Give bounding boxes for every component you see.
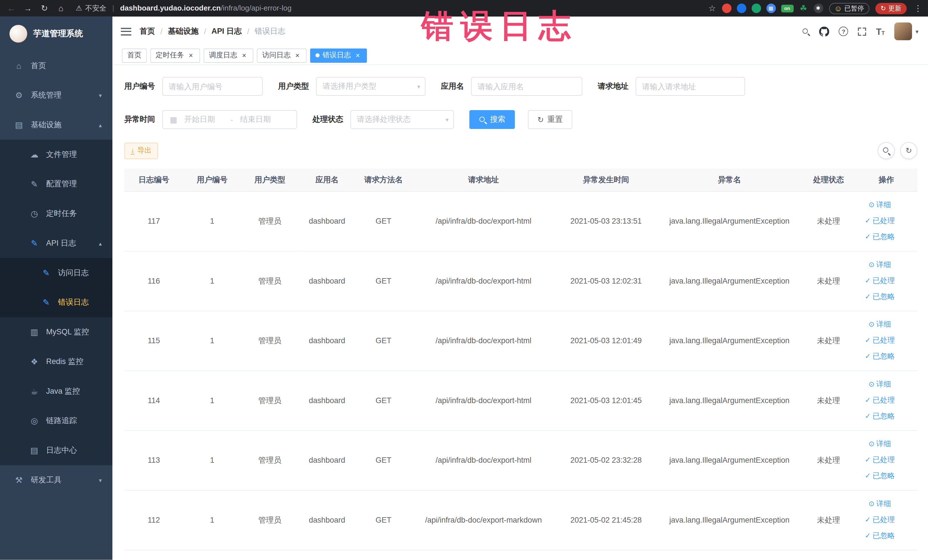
ext-on[interactable]: on bbox=[781, 5, 793, 12]
sidebar-item-api-log[interactable]: ✎API 日志▴ bbox=[0, 229, 112, 258]
ext-teal[interactable] bbox=[751, 3, 761, 13]
action-detail[interactable]: ⊙详细 bbox=[855, 197, 904, 213]
app-logo[interactable]: 芋道管理系统 bbox=[0, 17, 112, 51]
sidebar-item-file[interactable]: ☁文件管理 bbox=[0, 140, 112, 169]
action-detail[interactable]: ⊙详细 bbox=[855, 376, 904, 392]
date-range-input[interactable]: ▦ 开始日期 - 结束日期 bbox=[162, 110, 297, 129]
github-icon[interactable] bbox=[819, 26, 829, 36]
cell-time: 2021-05-03 23:13:51 bbox=[555, 191, 657, 251]
sidebar-menu: ⌂首页⚙系统管理▾▤基础设施▴☁文件管理✎配置管理◷定时任务✎API 日志▴✎访… bbox=[0, 51, 112, 495]
sidebar-item-access-log[interactable]: ✎访问日志 bbox=[0, 258, 112, 288]
action-processed[interactable]: ✓已处理 bbox=[855, 213, 904, 229]
ignored-icon: ✓ bbox=[865, 531, 871, 540]
user-id-input[interactable] bbox=[162, 77, 263, 96]
ext-leaf[interactable]: ☘ bbox=[799, 3, 808, 13]
action-ignored[interactable]: ✓已忽略 bbox=[855, 468, 904, 484]
action-processed[interactable]: ✓已处理 bbox=[855, 392, 904, 408]
cell-id: 114 bbox=[124, 371, 183, 430]
address-url[interactable]: dashboard.yudao.iocoder.cn/infra/log/api… bbox=[120, 4, 292, 12]
sidebar-item-home[interactable]: ⌂首页 bbox=[0, 51, 112, 81]
action-ignored[interactable]: ✓已忽略 bbox=[855, 349, 904, 365]
cell-actions: ⊙详细✓已处理✓已忽略 bbox=[855, 371, 917, 430]
ext-blue[interactable] bbox=[737, 3, 746, 13]
action-detail[interactable]: ⊙详细 bbox=[855, 257, 904, 273]
cell-id: 113 bbox=[124, 430, 183, 490]
sidebar-item-redis[interactable]: ❖Redis 监控 bbox=[0, 347, 112, 377]
toggle-search-button[interactable] bbox=[878, 142, 895, 159]
action-label: 已处理 bbox=[873, 217, 895, 225]
close-icon[interactable]: × bbox=[354, 51, 362, 60]
ext-dark[interactable]: ✱ bbox=[814, 3, 823, 13]
bookmark-icon[interactable]: ☆ bbox=[708, 3, 716, 13]
sidebar-item-job[interactable]: ◷定时任务 bbox=[0, 199, 112, 229]
action-ignored[interactable]: ✓已忽略 bbox=[855, 229, 904, 245]
refresh-button[interactable]: ↻ bbox=[900, 142, 917, 159]
export-button[interactable]: ↓ 导出 bbox=[124, 142, 158, 159]
user-menu[interactable]: ▾ bbox=[894, 23, 919, 40]
action-ignored[interactable]: ✓已忽略 bbox=[855, 289, 904, 305]
close-icon[interactable]: × bbox=[187, 51, 195, 60]
sidebar-item-infra[interactable]: ▤基础设施▴ bbox=[0, 110, 112, 140]
action-detail[interactable]: ⊙详细 bbox=[855, 317, 904, 333]
tabs-bar: 首页定时任务×调度日志×访问日志×错误日志× bbox=[112, 46, 928, 65]
search-button[interactable]: 搜索 bbox=[469, 110, 515, 129]
breadcrumb-separator: / bbox=[160, 27, 163, 36]
action-detail[interactable]: ⊙详细 bbox=[855, 436, 904, 452]
action-processed[interactable]: ✓已处理 bbox=[855, 452, 904, 468]
close-icon[interactable]: × bbox=[240, 51, 248, 60]
sidebar-item-error-log[interactable]: ✎错误日志 bbox=[0, 288, 112, 317]
sidebar-item-log-center[interactable]: ▤日志中心 bbox=[0, 436, 112, 465]
user-id-label: 用户编号 bbox=[124, 81, 155, 92]
search-icon[interactable] bbox=[802, 27, 810, 35]
reload-icon[interactable]: ↻ bbox=[39, 3, 50, 13]
back-icon[interactable]: ← bbox=[6, 3, 17, 13]
tab-error-log[interactable]: 错误日志× bbox=[310, 48, 367, 63]
ext-grid[interactable]: ▦ bbox=[766, 3, 776, 13]
sidebar-item-mysql[interactable]: ▥MySQL 监控 bbox=[0, 317, 112, 347]
action-ignored[interactable]: ✓已忽略 bbox=[855, 528, 904, 544]
action-detail[interactable]: ⊙详细 bbox=[855, 496, 904, 512]
dev-tools-icon: ⚒ bbox=[14, 475, 24, 485]
action-processed[interactable]: ✓已处理 bbox=[855, 333, 904, 349]
app-name-input[interactable] bbox=[471, 77, 582, 96]
action-processed[interactable]: ✓已处理 bbox=[855, 512, 904, 528]
sidebar-item-dev-tools[interactable]: ⚒研发工具▾ bbox=[0, 465, 112, 495]
error-log-table: 日志编号用户编号用户类型应用名请求方法名请求地址异常发生时间异常名处理状态操作 … bbox=[124, 169, 917, 550]
detail-icon: ⊙ bbox=[868, 439, 875, 448]
close-icon[interactable]: × bbox=[293, 51, 301, 60]
sidebar-item-config[interactable]: ✎配置管理 bbox=[0, 169, 112, 199]
process-status-select[interactable]: 请选择处理状态 ▾ bbox=[350, 110, 454, 129]
breadcrumb-item[interactable]: 基础设施 bbox=[168, 26, 198, 37]
sidebar-item-trace[interactable]: ◎链路追踪 bbox=[0, 406, 112, 436]
breadcrumb-item[interactable]: 错误日志 bbox=[255, 26, 285, 37]
forward-icon[interactable]: → bbox=[23, 3, 33, 13]
user-type-select[interactable]: 请选择用户类型 ▾ bbox=[316, 77, 426, 96]
cell-user_type: 管理员 bbox=[241, 490, 299, 550]
action-label: 详细 bbox=[876, 439, 891, 448]
tab-home[interactable]: 首页 bbox=[122, 48, 147, 63]
sidebar-item-java[interactable]: ☕Java 监控 bbox=[0, 376, 112, 406]
security-indicator[interactable]: ⚠ 不安全 bbox=[76, 3, 107, 13]
tab-label: 定时任务 bbox=[156, 50, 184, 60]
help-icon[interactable]: ? bbox=[839, 26, 848, 36]
tab-job-log[interactable]: 调度日志× bbox=[204, 48, 253, 63]
action-ignored[interactable]: ✓已忽略 bbox=[855, 408, 904, 424]
refresh-icon: ↻ bbox=[905, 146, 912, 155]
font-size-icon[interactable]: TT bbox=[876, 27, 885, 36]
reset-button[interactable]: ↻ 重置 bbox=[528, 110, 572, 129]
breadcrumb-item[interactable]: API 日志 bbox=[211, 26, 242, 37]
ext-red[interactable] bbox=[722, 3, 731, 13]
tab-access-log[interactable]: 访问日志× bbox=[257, 48, 307, 63]
update-button[interactable]: ↻ 更新 bbox=[875, 3, 907, 14]
paused-badge[interactable]: ☺ 已暂停 bbox=[829, 3, 869, 14]
request-url-input[interactable] bbox=[636, 77, 745, 96]
url-path: /infra/log/api-error-log bbox=[221, 4, 292, 12]
sidebar-toggle[interactable] bbox=[121, 27, 131, 35]
action-processed[interactable]: ✓已处理 bbox=[855, 273, 904, 289]
tab-cron-job[interactable]: 定时任务× bbox=[150, 48, 200, 63]
sidebar-item-system[interactable]: ⚙系统管理▾ bbox=[0, 81, 112, 110]
home-icon[interactable]: ⌂ bbox=[56, 3, 66, 13]
browser-menu-icon[interactable]: ⋮ bbox=[914, 3, 922, 13]
fullscreen-icon[interactable] bbox=[858, 27, 867, 36]
breadcrumb-item[interactable]: 首页 bbox=[140, 26, 155, 37]
